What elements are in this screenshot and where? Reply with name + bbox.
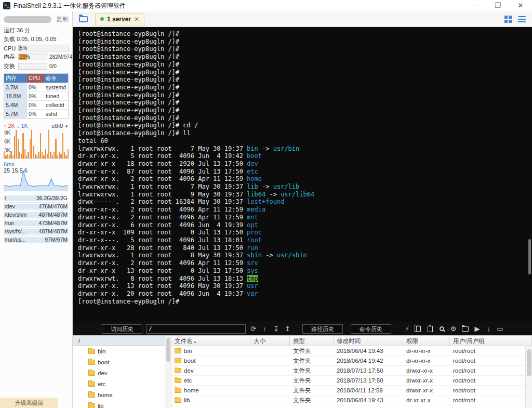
col-type[interactable]: 类型 bbox=[290, 336, 334, 346]
directory-tree: / binbootdevetchomelib bbox=[73, 336, 171, 408]
upgrade-button[interactable]: 升级高级版 bbox=[0, 398, 58, 408]
tab-close-icon[interactable]: ✕ bbox=[134, 16, 139, 23]
file-row[interactable]: boot文件夹2018/06/04 19:42dr-xr-xr-xroot/ro… bbox=[171, 356, 532, 366]
file-name: bin bbox=[247, 145, 258, 152]
file-type-cell: 文件夹 bbox=[290, 387, 334, 394]
terminal-line: dr-xr-xr-x 13 root root 0 Jul 13 17:50 s… bbox=[78, 267, 532, 275]
file-mtime-cell: 2018/06/04 19:43 bbox=[334, 397, 403, 403]
maximize-button[interactable]: ❐ bbox=[486, 0, 509, 11]
network-graph: 9K 6K 3K bbox=[4, 130, 69, 159]
copy-button[interactable]: 复制 bbox=[56, 15, 69, 24]
file-owner-cell: root/root bbox=[450, 387, 532, 393]
disk-row: /dev/shm487M/487M bbox=[4, 211, 69, 219]
menu-icon[interactable] bbox=[518, 16, 526, 22]
process-mem: 3.7M bbox=[4, 83, 27, 91]
process-cmd: collectd bbox=[44, 101, 68, 109]
mem-value: 29% bbox=[20, 54, 30, 60]
file-type-cell: 文件夹 bbox=[290, 347, 334, 355]
disk-usage: 97M/97M bbox=[45, 236, 68, 244]
mem-detail: 282M/974M bbox=[49, 54, 73, 60]
terminal-scrollbar[interactable] bbox=[527, 27, 531, 322]
cpu-value: 5% bbox=[20, 45, 27, 51]
process-col-cpu[interactable]: CPU bbox=[27, 74, 44, 83]
gear-icon[interactable]: ⚙ bbox=[449, 325, 457, 333]
tree-item-bin[interactable]: bin bbox=[73, 346, 171, 357]
file-name: proc bbox=[247, 229, 262, 236]
close-button[interactable]: ✕ bbox=[509, 0, 532, 11]
interface-selector[interactable]: eth0 ▼ bbox=[52, 123, 69, 129]
col-size[interactable]: 大小 bbox=[250, 336, 290, 346]
tree-item-boot[interactable]: boot bbox=[73, 357, 171, 367]
file-name-text: bin bbox=[184, 348, 192, 354]
file-type-cell: 文件夹 bbox=[290, 377, 334, 385]
file-mtime-cell: 2018/06/04 19:42 bbox=[334, 358, 403, 364]
folder-icon bbox=[175, 388, 181, 393]
download-icon[interactable]: ↧ bbox=[272, 325, 280, 333]
net-down-rate: 1K bbox=[21, 123, 28, 129]
file-name: opt bbox=[247, 221, 258, 229]
cpu-label: CPU bbox=[4, 45, 18, 51]
access-history-dropdown[interactable]: 访问历史 bbox=[102, 324, 142, 334]
process-table-header: 内存CPU命令 bbox=[4, 74, 68, 83]
up-directory-icon[interactable]: ↑ bbox=[261, 325, 269, 333]
prompt: [root@instance-eyp8ugln /]# bbox=[78, 69, 179, 76]
refresh-icon[interactable]: ⟳ bbox=[249, 325, 257, 333]
path-input[interactable] bbox=[146, 324, 246, 334]
mem-meter: 29% bbox=[18, 54, 47, 60]
scrollbar-thumb[interactable] bbox=[527, 349, 531, 376]
tree-item-dev[interactable]: dev bbox=[73, 367, 171, 378]
scrollbar-thumb[interactable] bbox=[528, 239, 531, 274]
paste-icon[interactable] bbox=[428, 326, 433, 332]
layout-grid-icon[interactable] bbox=[504, 16, 512, 23]
col-owner[interactable]: 用户/用户组 bbox=[450, 336, 532, 346]
screen-icon[interactable]: ▭ bbox=[496, 325, 504, 333]
process-col-mem[interactable]: 内存 bbox=[4, 74, 27, 83]
upload-icon[interactable]: ↥ bbox=[284, 325, 291, 333]
col-filename[interactable]: 文件名▴ bbox=[171, 336, 250, 346]
process-col-cmd[interactable]: 命令 bbox=[44, 74, 68, 83]
lightning-icon[interactable]: ⚡ bbox=[403, 325, 411, 333]
terminal[interactable]: [root@instance-eyp8ugln /]#[root@instanc… bbox=[73, 27, 532, 322]
command-history-dropdown[interactable]: 命令历史 bbox=[351, 324, 391, 334]
tree-item-lib[interactable]: lib bbox=[73, 400, 171, 408]
path-history-dropdown[interactable]: 路径历史 bbox=[302, 324, 343, 334]
open-folder-icon[interactable] bbox=[462, 326, 469, 332]
copy-icon[interactable] bbox=[416, 326, 421, 332]
link-target: usr/lib bbox=[273, 183, 300, 190]
terminal-line: lrwxrwxrwx. 1 root root 9 May 30 19:37 l… bbox=[78, 191, 532, 199]
tree-root[interactable]: / bbox=[73, 336, 171, 346]
process-cmd: systemd bbox=[44, 83, 68, 91]
minimize-button[interactable]: – bbox=[463, 0, 486, 11]
tree-item-label: dev bbox=[98, 370, 108, 376]
col-mtime[interactable]: 修改时间 bbox=[334, 336, 403, 346]
file-row[interactable]: home文件夹2018/04/11 12:59drwxr-xr-xroot/ro… bbox=[171, 386, 532, 396]
terminal-line: drwxr-xr-x. 2 root root 4096 Apr 11 12:5… bbox=[78, 206, 532, 214]
link-target: usr/lib64 bbox=[281, 191, 314, 198]
prompt: [root@instance-eyp8ugln /]# bbox=[78, 38, 179, 45]
net-ytick: 9K bbox=[4, 130, 10, 136]
process-cpu: 0% bbox=[27, 83, 44, 91]
terminal-line: [root@instance-eyp8ugln /]# bbox=[78, 38, 532, 46]
col-perms[interactable]: 权限 bbox=[403, 336, 450, 346]
tree-scrollbar[interactable] bbox=[165, 336, 171, 408]
file-table-scrollbar[interactable] bbox=[525, 346, 532, 408]
file-row[interactable]: bin文件夹2018/06/04 19:43dr-xr-xr-xroot/roo… bbox=[171, 346, 532, 356]
file-row[interactable]: dev文件夹2018/07/13 17:50drwxr-xr-xroot/roo… bbox=[171, 366, 532, 376]
file-meta: drwxr-xr-x. 20 root root 4096 Jun 4 19:3… bbox=[78, 290, 247, 297]
file-meta: drwxr-xr-x 28 root root 840 Jul 13 17:50 bbox=[78, 244, 247, 252]
search-icon[interactable] bbox=[440, 326, 444, 331]
scrollbar-thumb[interactable] bbox=[166, 338, 170, 362]
file-row[interactable]: lib文件夹2018/06/04 19:43dr-xr-xr-xroot/roo… bbox=[171, 396, 532, 405]
tree-item-home[interactable]: home bbox=[73, 389, 171, 400]
file-name: tmp bbox=[247, 275, 258, 282]
file-row[interactable]: etc文件夹2018/07/13 17:50drwxr-xr-xroot/roo… bbox=[171, 376, 532, 386]
scroll-down-icon[interactable]: ↓ bbox=[485, 325, 493, 333]
tree-item-etc[interactable]: etc bbox=[73, 378, 171, 389]
play-icon[interactable]: ▶ bbox=[473, 325, 481, 333]
terminal-line: drwxr-xr-x. 20 root root 4096 Jun 4 19:3… bbox=[78, 290, 532, 298]
tab-server[interactable]: 1 server ✕ bbox=[95, 13, 144, 25]
connections-folder-icon[interactable] bbox=[79, 16, 88, 22]
terminal-line: drwxr-xr-x. 13 root root 4096 May 30 19:… bbox=[78, 282, 532, 290]
file-meta: lrwxrwxrwx. 1 root root 9 May 30 19:37 bbox=[78, 191, 247, 198]
file-mtime-cell: 2018/07/13 17:50 bbox=[334, 377, 403, 384]
